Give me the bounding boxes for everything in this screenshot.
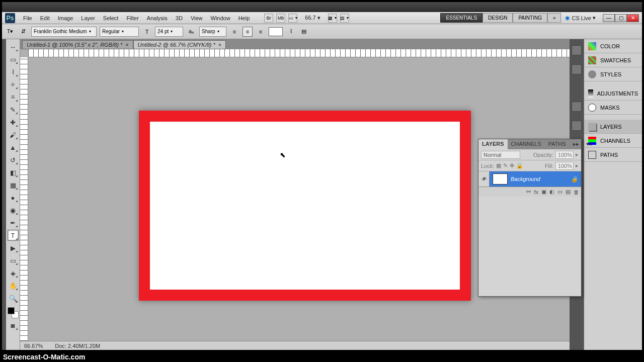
font-size-select[interactable]: 24 pt — [155, 27, 183, 37]
text-color-swatch[interactable] — [269, 27, 283, 36]
history-icon[interactable] — [572, 45, 582, 55]
ruler-horizontal[interactable] — [28, 49, 570, 57]
menu-file[interactable]: File — [19, 14, 36, 23]
doc-tab-2[interactable]: Untitled-2 @ 66.7% (CMYK/8) *× — [133, 40, 226, 49]
eyedropper-tool[interactable]: ✎ — [8, 104, 19, 115]
adjustment-layer-icon[interactable]: ◐ — [549, 189, 554, 195]
actions-icon[interactable] — [572, 64, 582, 74]
3d-tool[interactable]: ◈ — [8, 267, 19, 279]
visibility-icon[interactable]: 👁 — [478, 171, 490, 187]
menu-edit[interactable]: Edit — [36, 14, 54, 23]
layer-background[interactable]: 👁 Background 🔒 — [478, 171, 581, 187]
dock-color[interactable]: COLOR — [584, 39, 642, 53]
lock-position-icon[interactable]: ✥ — [510, 162, 514, 169]
stamp-tool[interactable]: ▲ — [8, 142, 19, 153]
layer-name[interactable]: Background — [511, 176, 540, 182]
orientation-icon[interactable]: ⇵ — [18, 27, 28, 37]
layer-thumbnail[interactable] — [493, 173, 508, 185]
panel-collapse-icon[interactable]: ▸▸ — [570, 139, 583, 149]
menu-3d[interactable]: 3D — [172, 14, 187, 23]
heal-tool[interactable]: ✚ — [8, 117, 19, 128]
new-layer-icon[interactable]: ▤ — [566, 189, 571, 195]
pen-tool[interactable]: ✒ — [8, 217, 19, 228]
panel-menu-icon[interactable]: ▾≡ — [583, 139, 596, 149]
menu-window[interactable]: Window — [207, 14, 234, 23]
doc-tab-1[interactable]: Untitled-1 @ 100% (3.5" x 2", RGB/8) *× — [22, 40, 133, 49]
mask-icon[interactable]: ▣ — [541, 189, 546, 195]
workspace-essentials[interactable]: ESSENTIALS — [440, 13, 482, 23]
warp-text-icon[interactable]: ⌇ — [286, 27, 296, 37]
layers-tab[interactable]: LAYERS — [478, 139, 508, 149]
history-brush-tool[interactable]: ↺ — [8, 154, 19, 165]
lock-all-icon[interactable]: 🔒 — [516, 162, 523, 169]
maximize-button[interactable]: ▢ — [615, 14, 627, 22]
status-doc[interactable]: Doc: 2.40M/1.20M — [55, 343, 100, 349]
minimize-button[interactable]: — — [603, 14, 615, 22]
lock-transparency-icon[interactable]: ▦ — [496, 162, 501, 169]
menu-layer[interactable]: Layer — [77, 14, 99, 23]
ruler-vertical[interactable] — [20, 57, 28, 341]
path-select-tool[interactable]: ▶ — [8, 242, 19, 253]
dock-adjustments[interactable]: ADJUSTMENTS — [584, 86, 642, 101]
zoom-display[interactable]: 66.7 ▾ — [305, 15, 320, 21]
cs-live[interactable]: ◉CS Live▾ — [565, 15, 596, 21]
lasso-tool[interactable]: ⌇ — [8, 66, 19, 77]
quickmask-icon[interactable]: ◙ — [8, 320, 19, 331]
workspace-painting[interactable]: PAINTING — [513, 13, 547, 23]
paths-tab[interactable]: PATHS — [545, 139, 570, 149]
align-right-icon[interactable]: ≡ — [256, 27, 266, 37]
screen-mode-icon[interactable]: ▭ — [288, 14, 297, 23]
arrange-icon[interactable]: ▦ — [328, 14, 337, 23]
marquee-tool[interactable]: ▭ — [8, 54, 19, 65]
dock-swatches[interactable]: SWATCHES — [584, 53, 642, 67]
character-panel-icon[interactable]: ▤ — [299, 27, 309, 37]
type-tool[interactable]: T — [8, 230, 19, 241]
eraser-tool[interactable]: ◧ — [8, 167, 19, 178]
extras-icon[interactable]: ▤ — [340, 14, 349, 23]
delete-layer-icon[interactable]: 🗑 — [574, 189, 579, 195]
menu-filter[interactable]: Filter — [122, 14, 142, 23]
antialias-select[interactable]: Sharp — [199, 27, 226, 37]
dock-masks[interactable]: MASKS — [584, 101, 642, 115]
dock-styles[interactable]: STYLES — [584, 67, 642, 81]
opacity-input[interactable]: 100% — [555, 151, 574, 159]
align-center-icon[interactable]: ≡ — [243, 27, 253, 37]
fx-icon[interactable]: fx — [534, 189, 538, 195]
menu-help[interactable]: Help — [234, 14, 254, 23]
menu-view[interactable]: View — [187, 14, 207, 23]
wand-tool[interactable]: ✧ — [8, 79, 19, 90]
minibridge-icon[interactable]: Mb — [276, 14, 285, 23]
bridge-icon[interactable]: Br — [264, 14, 273, 23]
channels-tab[interactable]: CHANNELS — [508, 139, 545, 149]
lock-pixels-icon[interactable]: ✎ — [503, 162, 508, 169]
close-button[interactable]: ✕ — [627, 14, 639, 22]
tool-preset-icon[interactable]: T▾ — [5, 27, 15, 37]
menu-image[interactable]: Image — [54, 14, 77, 23]
group-icon[interactable]: ▭ — [557, 189, 562, 195]
workspace-design[interactable]: DESIGN — [482, 13, 513, 23]
gradient-tool[interactable]: ▦ — [8, 179, 19, 191]
dock-paths[interactable]: PATHS — [584, 148, 642, 162]
workspace-more[interactable]: » — [547, 13, 561, 23]
status-zoom[interactable]: 66.67% — [24, 343, 43, 349]
close-tab-icon[interactable]: × — [218, 42, 221, 48]
font-weight-select[interactable]: Regular — [100, 27, 139, 37]
blur-tool[interactable]: ● — [8, 192, 19, 203]
zoom-tool[interactable]: 🔍 — [8, 293, 19, 304]
dock-layers[interactable]: LAYERS — [584, 120, 642, 134]
character-icon[interactable] — [572, 102, 582, 112]
fill-input[interactable]: 100% — [555, 162, 574, 170]
font-family-select[interactable]: Franklin Gothic Medium — [31, 27, 97, 37]
align-left-icon[interactable]: ≡ — [229, 27, 239, 37]
shape-tool[interactable]: ▭ — [8, 255, 19, 266]
blend-mode-select[interactable]: Normal — [481, 151, 520, 159]
menu-select[interactable]: Select — [99, 14, 123, 23]
close-tab-icon[interactable]: × — [125, 42, 128, 48]
document[interactable]: ⬉ — [139, 111, 471, 301]
crop-tool[interactable]: ⌗ — [8, 92, 19, 103]
dodge-tool[interactable]: ◉ — [8, 205, 19, 216]
document-inner[interactable]: ⬉ — [150, 122, 460, 290]
menu-analysis[interactable]: Analysis — [143, 14, 172, 23]
hand-tool[interactable]: ✋ — [8, 280, 19, 291]
paragraph-icon[interactable] — [572, 121, 582, 131]
